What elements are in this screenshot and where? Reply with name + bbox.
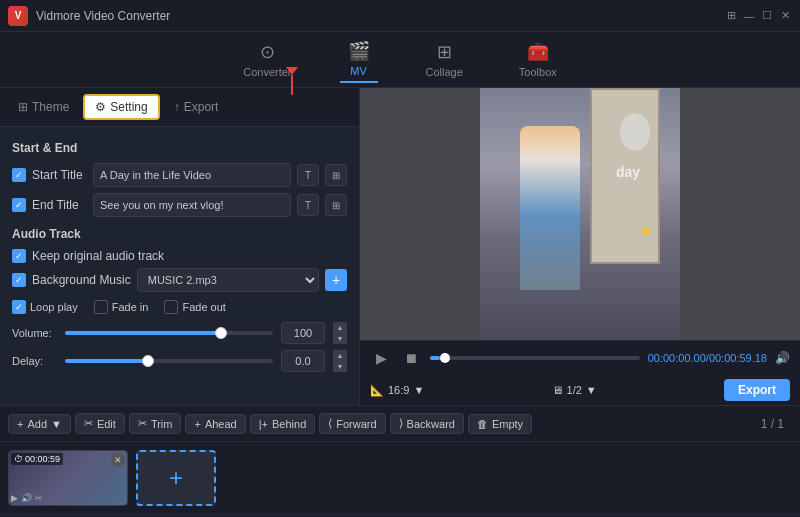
delay-thumb[interactable] xyxy=(142,355,154,367)
top-nav: ⊙ Converter 🎬 MV ⊞ Collage 🧰 Toolbox xyxy=(0,32,800,88)
page-value: 1/2 xyxy=(567,384,582,396)
volume-value: 100 xyxy=(281,322,325,344)
edit-button[interactable]: ✂ Edit xyxy=(75,413,125,434)
end-title-input[interactable] xyxy=(93,193,291,217)
volume-icon[interactable]: 🔊 xyxy=(775,351,790,365)
audio-options-row: Loop play Fade in Fade out xyxy=(12,300,347,314)
end-title-checkbox[interactable] xyxy=(12,198,26,212)
end-title-text-icon[interactable]: T xyxy=(297,194,319,216)
empty-button[interactable]: 🗑 Empty xyxy=(468,414,532,434)
timeline-time: ⏱ 00:00:59 xyxy=(11,453,63,465)
start-end-title: Start & End xyxy=(12,141,347,155)
loop-play-option: Loop play xyxy=(12,300,78,314)
left-panel: ⊞ Theme ⚙ Setting ↑ Export Start & xyxy=(0,88,360,405)
window-close-btn[interactable]: ✕ xyxy=(778,9,792,23)
end-title-row: End Title T ⊞ xyxy=(12,193,347,217)
start-title-input[interactable] xyxy=(93,163,291,187)
ceiling-fixture xyxy=(620,113,650,151)
volume-thumb[interactable] xyxy=(215,327,227,339)
ahead-button[interactable]: + Ahead xyxy=(185,414,245,434)
backward-label: Backward xyxy=(407,418,455,430)
edit-icon: ✂ xyxy=(84,417,93,430)
trash-icon: 🗑 xyxy=(477,418,488,430)
title-bar: V Vidmore Video Converter ⊞ — ☐ ✕ xyxy=(0,0,800,32)
forward-button[interactable]: ⟨ Forward xyxy=(319,413,385,434)
delay-fill xyxy=(65,359,148,363)
delay-slider[interactable] xyxy=(65,359,273,363)
keep-original-checkbox[interactable] xyxy=(12,249,26,263)
export-button[interactable]: Export xyxy=(724,379,790,401)
play-btn[interactable]: ▶ xyxy=(370,347,392,369)
timeline-close-btn[interactable]: ✕ xyxy=(111,453,125,467)
music-select[interactable]: MUSIC 2.mp3 xyxy=(137,268,319,292)
scissors-small-icon[interactable]: ✂ xyxy=(35,493,43,503)
background-music-row: Background Music MUSIC 2.mp3 + xyxy=(12,268,347,292)
volume-small-icon[interactable]: 🔊 xyxy=(21,493,32,503)
behind-label: Behind xyxy=(272,418,306,430)
delay-up-btn[interactable]: ▲ xyxy=(333,350,347,361)
fade-in-label: Fade in xyxy=(112,301,149,313)
play-small-icon[interactable]: ▶ xyxy=(11,493,18,503)
delay-arrows[interactable]: ▲ ▼ xyxy=(333,350,347,372)
aspect-ratio-select[interactable]: 📐 16:9 ▼ xyxy=(370,384,424,397)
fade-in-option: Fade in xyxy=(94,300,149,314)
backward-button[interactable]: ⟩ Backward xyxy=(390,413,464,434)
toolbox-icon: 🧰 xyxy=(527,41,549,63)
add-dropdown-icon: ▼ xyxy=(51,418,62,430)
window-minimize-btn[interactable]: — xyxy=(742,9,756,23)
start-title-text-icon[interactable]: T xyxy=(297,164,319,186)
tab-export[interactable]: ↑ Export xyxy=(164,96,229,118)
add-music-btn[interactable]: + xyxy=(325,269,347,291)
timeline-duration: 00:00:59 xyxy=(25,454,60,464)
nav-mv[interactable]: 🎬 MV xyxy=(340,36,378,83)
audio-track-title: Audio Track xyxy=(12,227,347,241)
timeline-item[interactable]: ✕ ⏱ 00:00:59 ▶ 🔊 ✂ xyxy=(8,450,128,506)
setting-icon: ⚙ xyxy=(95,100,106,114)
add-button[interactable]: + Add ▼ xyxy=(8,414,71,434)
volume-fill xyxy=(65,331,221,335)
tab-theme-label: Theme xyxy=(32,100,69,114)
edit-label: Edit xyxy=(97,418,116,430)
volume-value-box: 100 xyxy=(281,322,325,344)
time-display: 00:00:00.00/00:00:59.18 xyxy=(648,352,767,364)
nav-collage[interactable]: ⊞ Collage xyxy=(418,37,471,82)
volume-up-btn[interactable]: ▲ xyxy=(333,322,347,333)
volume-arrows[interactable]: ▲ ▼ xyxy=(333,322,347,344)
nav-toolbox-label: Toolbox xyxy=(519,66,557,78)
stop-btn[interactable]: ⏹ xyxy=(400,347,422,369)
trim-button[interactable]: ✂ Trim xyxy=(129,413,182,434)
volume-row: Volume: 100 ▲ ▼ xyxy=(12,322,347,344)
panel-tabs: ⊞ Theme ⚙ Setting ↑ Export xyxy=(0,88,359,127)
preview-area: day xyxy=(360,88,800,340)
timeline-controls: ▶ 🔊 ✂ xyxy=(11,493,43,503)
nav-toolbox[interactable]: 🧰 Toolbox xyxy=(511,37,565,82)
delay-value-box: 0.0 xyxy=(281,350,325,372)
page-select[interactable]: 🖥 1/2 ▼ xyxy=(552,384,597,396)
start-title-row: Start Title T ⊞ xyxy=(12,163,347,187)
tab-theme[interactable]: ⊞ Theme xyxy=(8,96,79,118)
window-maximize-btn[interactable]: ☐ xyxy=(760,9,774,23)
loop-play-checkbox[interactable] xyxy=(12,300,26,314)
delay-value: 0.0 xyxy=(281,350,325,372)
fade-in-checkbox[interactable] xyxy=(94,300,108,314)
volume-slider[interactable] xyxy=(65,331,273,335)
timeline-add-btn[interactable]: + xyxy=(136,450,216,506)
window-controls[interactable]: ⊞ — ☐ ✕ xyxy=(724,9,792,23)
end-title-label: End Title xyxy=(32,198,87,212)
page-icon: 🖥 xyxy=(552,384,563,396)
progress-thumb[interactable] xyxy=(440,353,450,363)
background-music-checkbox[interactable] xyxy=(12,273,26,287)
tab-setting[interactable]: ⚙ Setting xyxy=(83,94,159,120)
window-grid-btn[interactable]: ⊞ xyxy=(724,9,738,23)
volume-down-btn[interactable]: ▼ xyxy=(333,333,347,344)
volume-label: Volume: xyxy=(12,327,57,339)
fade-out-checkbox[interactable] xyxy=(164,300,178,314)
preview-controls: ▶ ⏹ 00:00:00.00/00:00:59.18 🔊 xyxy=(360,340,800,375)
progress-bar[interactable] xyxy=(430,356,640,360)
start-title-grid-icon[interactable]: ⊞ xyxy=(325,164,347,186)
preview-left-bg xyxy=(360,88,480,340)
end-title-grid-icon[interactable]: ⊞ xyxy=(325,194,347,216)
behind-button[interactable]: |+ Behind xyxy=(250,414,316,434)
delay-down-btn[interactable]: ▼ xyxy=(333,361,347,372)
start-title-checkbox[interactable] xyxy=(12,168,26,182)
